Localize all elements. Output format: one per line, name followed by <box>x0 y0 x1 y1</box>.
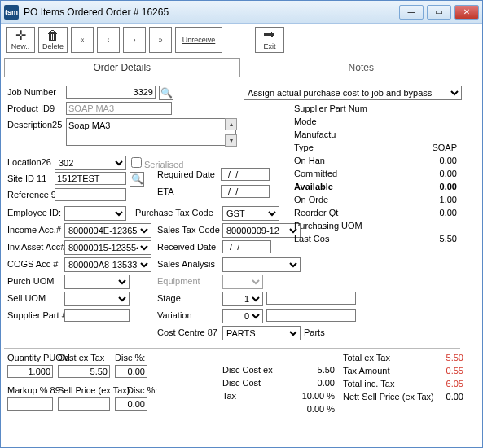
total-inc-tax-value: 6.05 <box>424 379 463 389</box>
onhand-value: 0.00 <box>400 156 457 165</box>
window-title: PO Items Ordered Order # 16265 <box>24 7 399 18</box>
stage-text-input[interactable] <box>266 292 356 305</box>
serialised-checkbox[interactable]: Serialised <box>131 157 183 169</box>
available-label: Available <box>294 182 333 191</box>
app-icon: tsm <box>4 5 19 20</box>
sales-tax-label: Sales Tax Code <box>157 225 220 235</box>
disc-cost-ex-value: 5.50 <box>294 365 335 375</box>
description-label: Description25 <box>7 120 62 130</box>
sell-uom-select[interactable] <box>64 292 130 306</box>
qty-input[interactable] <box>7 365 53 378</box>
mode-header: Mode <box>294 116 317 126</box>
supplier-part-input[interactable] <box>64 309 130 322</box>
nav-next-button[interactable]: › <box>123 27 146 53</box>
new-button[interactable]: ✛ New.. <box>6 27 35 53</box>
site-search-button[interactable]: 🔍 <box>130 172 144 187</box>
tax-value-2: 0.00 % <box>284 404 335 414</box>
job-number-label: Job Number <box>7 87 56 97</box>
purchasing-uom-label: Purchasing UOM <box>294 221 362 231</box>
disc-cost-label: Disc Cost <box>222 378 261 388</box>
job-number-input[interactable] <box>66 86 156 99</box>
disc-cost-value: 0.00 <box>294 378 335 388</box>
committed-label: Committed <box>294 169 337 178</box>
cost-centre-select[interactable]: PARTS <box>222 326 301 340</box>
search-icon: 🔍 <box>131 173 143 185</box>
received-date-input[interactable] <box>222 240 271 253</box>
cost-ex-tax-label: Cost ex Tax <box>58 353 104 362</box>
disc1-input[interactable] <box>115 365 147 378</box>
purch-uom-select[interactable] <box>64 275 130 289</box>
exit-button[interactable]: ⮕ Exit <box>255 27 284 53</box>
eta-label: ETA <box>157 187 174 196</box>
inv-asset-label: Inv.Asset Acc# <box>7 242 65 252</box>
variation-select[interactable]: 0 <box>222 309 263 323</box>
disc1-label: Disc %: <box>115 353 145 362</box>
nav-last-button[interactable]: » <box>149 27 172 53</box>
employee-label: Employee ID: <box>7 208 61 217</box>
toolbar: ✛ New.. 🗑 Delete « ‹ › » Unreceive ⮕ Exi… <box>1 24 482 56</box>
job-number-search-button[interactable]: 🔍 <box>159 86 173 100</box>
total-ex-tax-value: 5.50 <box>424 353 463 362</box>
exit-label: Exit <box>264 42 276 51</box>
description-input[interactable] <box>66 118 236 146</box>
reference-input[interactable] <box>55 188 126 201</box>
site-id-input[interactable] <box>55 172 126 185</box>
total-inc-tax-label: Total inc. Tax <box>343 379 394 389</box>
desc-scroll-down[interactable]: ▾ <box>225 134 237 147</box>
received-date-label: Received Date <box>157 242 216 252</box>
tab-order-details[interactable]: Order Details <box>4 58 240 77</box>
product-id-input <box>66 102 172 115</box>
sales-tax-select[interactable]: 80000009-12 <box>222 223 301 238</box>
inv-asset-select[interactable]: 80000015-123554 <box>64 240 151 255</box>
new-label: New.. <box>11 42 30 51</box>
cost-centre-label: Cost Centre 87 <box>157 327 217 337</box>
sell-price-input[interactable] <box>58 397 110 411</box>
onorder-value: 1.00 <box>400 195 457 204</box>
onhand-label: On Han <box>294 156 325 165</box>
eta-input[interactable] <box>221 185 270 198</box>
location-select[interactable]: 302 <box>55 156 126 170</box>
disc2-label: Disc %: <box>127 385 157 395</box>
disc2-input[interactable] <box>115 397 147 411</box>
divider <box>4 348 460 349</box>
maximize-button[interactable]: ▭ <box>427 5 451 20</box>
exit-icon: ⮕ <box>263 29 276 42</box>
onorder-label: On Orde <box>294 195 328 204</box>
stage-label: Stage <box>157 293 181 303</box>
serialised-input[interactable] <box>131 157 142 168</box>
cogs-select[interactable]: 800000A8-13533 <box>64 257 151 272</box>
available-value: 0.00 <box>400 182 457 191</box>
committed-value: 0.00 <box>400 169 457 178</box>
delete-button[interactable]: 🗑 Delete <box>38 27 68 53</box>
close-button[interactable]: ✕ <box>454 5 479 20</box>
sales-analysis-select[interactable] <box>222 257 301 272</box>
type-header: Type <box>294 143 314 152</box>
cost-ex-tax-input[interactable] <box>58 365 110 378</box>
tab-notes[interactable]: Notes <box>244 58 480 77</box>
purchase-tax-select[interactable]: GST <box>222 206 279 221</box>
form-area: Job Number 🔍 Assign actual purchase cost… <box>1 77 482 447</box>
purchase-tax-label: Purchase Tax Code <box>135 208 213 217</box>
minimize-button[interactable]: — <box>399 5 424 20</box>
markup-input[interactable] <box>7 397 53 411</box>
cost-assignment-select[interactable]: Assign actual purchase cost to job and b… <box>244 86 462 100</box>
income-acc-select[interactable]: 8000004E-123655 <box>64 223 151 238</box>
tax-amount-value: 0.55 <box>424 366 463 376</box>
nav-first-button[interactable]: « <box>71 27 94 53</box>
unreceive-button[interactable]: Unreceive <box>175 27 222 53</box>
employee-select[interactable] <box>64 206 126 221</box>
required-date-input[interactable] <box>221 168 270 181</box>
variation-label: Variation <box>157 310 192 320</box>
desc-scroll-up[interactable]: ▴ <box>225 118 237 130</box>
product-id-label: Product ID9 <box>7 103 55 113</box>
type-value: SOAP <box>400 143 457 152</box>
stage-select[interactable]: 1 <box>222 292 263 306</box>
search-icon: 🔍 <box>160 87 173 99</box>
plus-icon: ✛ <box>15 29 26 42</box>
nav-prev-button[interactable]: ‹ <box>97 27 120 53</box>
sell-uom-label: Sell UOM <box>7 293 46 303</box>
trash-icon: 🗑 <box>46 29 59 42</box>
variation-text-input[interactable] <box>266 309 356 322</box>
tax-label: Tax <box>222 391 236 401</box>
required-date-label: Required Date <box>157 169 215 179</box>
